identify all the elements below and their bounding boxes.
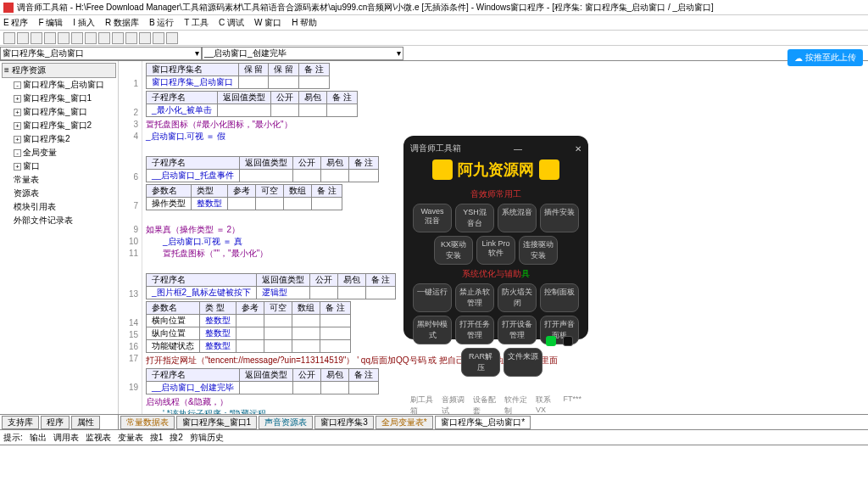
tb-11[interactable] (139, 32, 151, 44)
editor-tab-active[interactable]: 窗口程序集_启动窗口* (435, 416, 531, 429)
status-vars[interactable]: 变量表 (118, 432, 143, 444)
wechat-icon[interactable] (546, 336, 556, 346)
editor-tab[interactable]: 声音资源表 (259, 416, 313, 429)
mbtn[interactable]: 禁止杀软管理 (455, 283, 494, 312)
tb-7[interactable] (85, 32, 97, 44)
minimize-icon[interactable]: — (514, 144, 522, 154)
tree-item[interactable]: 常量表 (2, 173, 116, 187)
window-titlebar: 调音师工具箱 - H:\Free Download Manager\工具箱源码素… (0, 0, 868, 15)
status-watch[interactable]: 监视表 (86, 432, 111, 444)
mbtn[interactable]: 文件来源 (504, 348, 542, 377)
editor-tab[interactable]: 窗口程序集3 (314, 416, 374, 429)
status-clip[interactable]: 剪辑历史 (190, 432, 224, 444)
pikachu-icon (539, 159, 559, 180)
mbtn[interactable]: 系统混音 (498, 204, 537, 232)
status-hint: 提示: (3, 432, 23, 444)
line-gutter: 1234 6791011 1314151617 1920212223242526… (119, 61, 142, 414)
combo-left[interactable]: 窗口程序集_启动窗口▾ (0, 47, 202, 60)
mbtn[interactable]: 插件安装 (540, 204, 579, 232)
menu-bar: E 程序 F 编辑 I 插入 R 数据库 B 运行 T 工具 C 调试 W 窗口… (0, 15, 868, 31)
mbtn[interactable]: RAR解压 (461, 348, 500, 377)
tree-item[interactable]: +窗口程序集_窗口2 (2, 119, 116, 132)
tb-2[interactable] (17, 32, 29, 44)
tb-8[interactable] (98, 32, 110, 44)
menu-program[interactable]: E 程序 (3, 17, 28, 29)
tree-item[interactable]: 资源表 (2, 187, 116, 200)
status-output[interactable]: 输出 (30, 432, 47, 444)
menu-debug[interactable]: C 调试 (219, 17, 244, 29)
left-tab[interactable]: 属性 (71, 416, 100, 429)
tb-6[interactable] (71, 32, 83, 44)
menu-window[interactable]: W 窗口 (254, 17, 281, 29)
code-line[interactable]: 置托盘图标（#最小化图标，"最小化"） (146, 119, 868, 131)
mbtn[interactable]: YSH混音台 (455, 204, 494, 232)
pikachu-icon (432, 159, 453, 180)
window-title: 调音师工具箱 - H:\Free Download Manager\工具箱源码素… (17, 2, 714, 14)
combo-bar: 窗口程序集_启动窗口▾ __启动窗口_创建完毕▾ (0, 46, 868, 61)
modal-sub1: 音效师常用工 (410, 188, 581, 200)
mbtn[interactable]: Waves混音 (413, 204, 452, 232)
status-s2[interactable]: 搜2 (170, 432, 183, 444)
tree-item[interactable]: 模块引用表 (2, 200, 116, 214)
mbtn[interactable]: 连接驱动安装 (519, 236, 558, 265)
brand-name: 阿九资源网 (458, 159, 534, 180)
menu-run[interactable]: B 运行 (149, 17, 174, 29)
chevron-down-icon: ▾ (195, 48, 199, 58)
tree-item[interactable]: +窗口程序集2 (2, 132, 116, 146)
modal-title: 调音师工具箱 (410, 143, 461, 154)
tb-9[interactable] (112, 32, 124, 44)
tree-item[interactable]: +窗口程序集_窗口 (2, 105, 116, 119)
app-icon (3, 3, 14, 13)
project-tree: ≡ 程序资源 -窗口程序集_启动窗口 +窗口程序集_窗口1 +窗口程序集_窗口 … (0, 61, 119, 414)
status-s1[interactable]: 搜1 (150, 432, 164, 444)
toolbox-modal: 调音师工具箱 — ✕ 阿九资源网 音效师常用工 Waves混音 YSH混音台 系… (403, 136, 588, 339)
combo-right[interactable]: __启动窗口_创建完毕▾ (202, 47, 403, 60)
tiktok-icon[interactable] (563, 336, 573, 346)
editor-tab[interactable]: 窗口程序集_窗口1 (176, 416, 257, 429)
left-tab[interactable]: 程序 (41, 416, 70, 429)
editor-tab[interactable]: 常量数据表 (120, 416, 175, 429)
chevron-down-icon: ▾ (397, 48, 401, 58)
tb-3[interactable] (31, 32, 42, 44)
tb-1[interactable] (3, 32, 15, 44)
menu-edit[interactable]: F 编辑 (38, 17, 63, 29)
menu-tool[interactable]: T 工具 (184, 17, 209, 29)
tree-item[interactable]: -全局变量 (2, 146, 116, 159)
tree-title: ≡ 程序资源 (2, 63, 116, 78)
menu-help[interactable]: H 帮助 (292, 17, 317, 29)
tb-13[interactable] (166, 32, 178, 44)
modal-foot1: aju999工具箱 (410, 382, 581, 393)
toolbar (0, 31, 868, 46)
mbtn[interactable]: 打开任务管理 (455, 316, 494, 344)
menu-db[interactable]: R 数据库 (105, 17, 139, 29)
menu-insert[interactable]: I 插入 (73, 17, 95, 29)
close-icon[interactable]: ✕ (575, 144, 581, 154)
tree-item[interactable]: -窗口程序集_启动窗口 (2, 78, 116, 92)
left-tab[interactable]: 支持库 (2, 416, 39, 429)
mbtn[interactable]: 控制面板 (540, 283, 579, 312)
mbtn[interactable]: KX驱动安装 (434, 236, 473, 265)
tree-item[interactable]: +窗口程序集_窗口1 (2, 92, 116, 105)
mbtn[interactable]: Link Pro软件 (476, 236, 515, 265)
mbtn[interactable]: 打开设备管理 (498, 316, 537, 344)
status-bar: 提示: 输出 调用表 监视表 变量表 搜1 搜2 剪辑历史 (0, 429, 868, 445)
mbtn[interactable]: 一键运行 (413, 283, 452, 312)
output-panel (0, 445, 868, 498)
tree-item[interactable]: +窗口 (2, 159, 116, 173)
mbtn[interactable]: 黑时钟模式 (413, 316, 452, 344)
left-bottom-tabs: 支持库 程序 属性 (0, 414, 119, 429)
editor-tab[interactable]: 全局变量表* (376, 416, 433, 429)
tb-4[interactable] (44, 32, 56, 44)
tree-item[interactable]: 外部文件记录表 (2, 214, 116, 227)
mbtn[interactable]: 防火墙关闭 (498, 283, 537, 312)
tb-10[interactable] (125, 32, 137, 44)
status-calls[interactable]: 调用表 (53, 432, 79, 444)
tb-12[interactable] (153, 32, 164, 44)
tb-5[interactable] (58, 32, 70, 44)
